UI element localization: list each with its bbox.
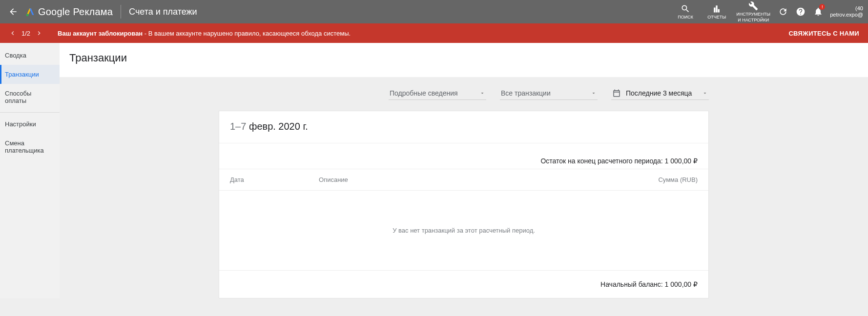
help-button[interactable] [792,0,809,23]
view-dropdown-label: Подробные сведения [390,89,475,97]
svg-point-0 [26,14,29,16]
empty-state: У вас нет транзакций за этот расчетный п… [219,191,708,271]
chevron-down-icon [479,90,485,96]
view-dropdown[interactable]: Подробные сведения [389,86,486,100]
search-label: ПОИСК [678,15,693,20]
alert-rest: - В вашем аккаунте нарушено правило, кас… [143,30,351,37]
wrench-icon [748,1,758,11]
google-ads-icon [25,7,35,17]
reports-label: ОТЧЕТЫ [707,15,726,20]
type-dropdown[interactable]: Все транзакции [500,86,598,100]
account-info[interactable]: (40 petrov.expo@ [830,5,865,18]
heading-wrap: Транзакции [60,43,868,77]
tools-settings-button[interactable]: ИНСТРУМЕНТЫ И НАСТРОЙКИ [732,0,774,23]
chevron-left-icon [9,29,17,37]
sidebar-item-summary[interactable]: Сводка [0,46,60,65]
alert-strong: Ваш аккаунт заблокирован [58,30,143,37]
period-range-rest: февр. 2020 г. [246,121,308,132]
refresh-button[interactable] [774,0,792,23]
transactions-card: 1–7 февр. 2020 г. Остаток на конец расче… [219,111,709,298]
chevron-down-icon [702,90,708,96]
sidebar-item-settings[interactable]: Настройки [0,115,60,134]
filters-row: Подробные сведения Все транзакции Послед… [60,77,868,106]
alert-cta[interactable]: СВЯЖИТЕСЬ С НАМИ [788,30,859,37]
period-range: 1–7 февр. 2020 г. [230,121,308,132]
chevron-right-icon [35,29,43,37]
sidebar-item-change-payer[interactable]: Смена плательщика [0,134,60,160]
product-logo[interactable]: Google Реклама [25,6,113,18]
arrow-left-icon [8,7,18,17]
sidebar-item-transactions[interactable]: Транзакции [0,65,60,84]
notification-badge: ! [819,4,825,10]
alert-counter: 1/2 [21,30,30,37]
table-header-row: Дата Описание Сумма (RUB) [219,169,708,191]
closing-balance: Остаток на конец расчетного периода: 1 0… [219,143,708,169]
type-dropdown-label: Все транзакции [501,89,587,97]
app-bar: Google Реклама Счета и платежи ПОИСК ОТЧ… [0,0,868,23]
search-icon [681,4,690,14]
alert-next[interactable] [35,29,43,37]
content: Транзакции Подробные сведения Все транза… [60,43,868,298]
calendar-icon [612,89,621,98]
reports-button[interactable]: ОТЧЕТЫ [701,0,732,23]
account-line1: (40 [830,5,863,12]
opening-balance: Начальный баланс: 1 000,00 ₽ [219,271,708,298]
divider [0,112,60,113]
col-date: Дата [230,176,319,183]
sidebar-item-payment-methods[interactable]: Способы оплаты [0,84,60,110]
date-range-dropdown[interactable]: Последние 3 месяца [611,86,709,100]
bar-chart-icon [712,4,722,14]
alert-bar: 1/2 Ваш аккаунт заблокирован - В вашем а… [0,23,868,43]
date-range-label: Последние 3 месяца [626,89,698,97]
divider [121,5,121,19]
back-button[interactable] [5,7,21,17]
alert-pager: 1/2 [9,29,43,37]
notifications-button[interactable]: ! [809,0,827,23]
alert-message: Ваш аккаунт заблокирован - В вашем аккау… [58,30,351,37]
search-button[interactable]: ПОИСК [670,0,701,23]
sidebar: Сводка Транзакции Способы оплаты Настрой… [0,43,60,298]
help-icon [796,7,806,17]
page-title: Счета и платежи [129,7,197,17]
col-description: Описание [319,176,658,183]
page-body: Сводка Транзакции Способы оплаты Настрой… [0,43,868,298]
col-amount: Сумма (RUB) [658,176,698,183]
tools-settings-label-2: И НАСТРОЙКИ [738,18,769,22]
tools-settings-label-1: ИНСТРУМЕНТЫ [736,12,770,17]
product-name: Google Реклама [38,6,113,18]
period-range-days: 1–7 [230,121,246,132]
alert-prev[interactable] [9,29,17,37]
refresh-icon [778,7,788,17]
card-header: 1–7 февр. 2020 г. [219,111,708,143]
account-line2: petrov.expo@ [830,12,863,18]
chevron-down-icon [591,90,597,96]
content-heading: Транзакции [69,52,858,64]
